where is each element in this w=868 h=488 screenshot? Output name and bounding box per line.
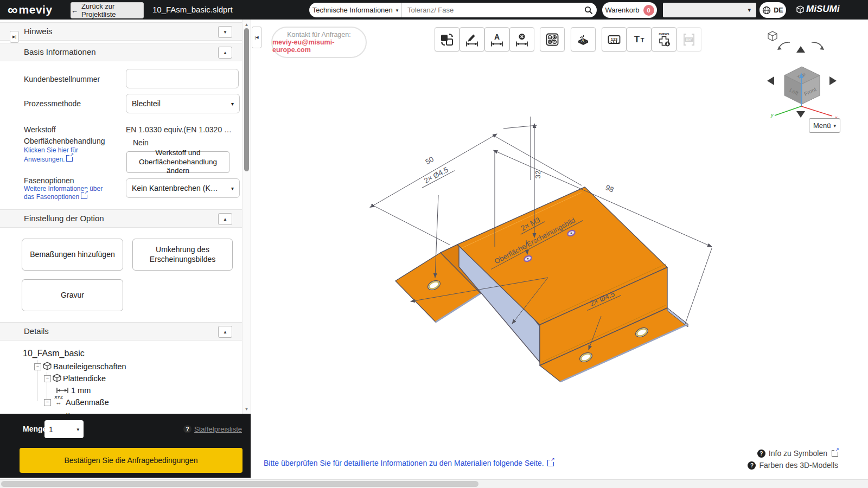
quantity-select[interactable]: 1 ▾ xyxy=(44,420,84,438)
chevron-down-icon: ▾ xyxy=(396,8,399,13)
open-file-name: 10_FAsm_basic.sldprt xyxy=(152,5,233,14)
panel-expand-handle[interactable]: ▶| xyxy=(10,31,19,43)
invert-appearance-button[interactable]: Umkehrung des Erscheinungsbildes xyxy=(132,239,233,271)
chevron-down-icon: ▾ xyxy=(76,427,79,432)
external-link-icon xyxy=(81,192,87,199)
plate-thickness-icon xyxy=(53,374,61,382)
misumi-logo-icon xyxy=(796,5,804,14)
tree-node-thickness[interactable]: Plattendicke xyxy=(63,374,106,383)
collapse-toggle-options[interactable]: ▲ xyxy=(218,213,232,225)
chamfer-info-link-line1[interactable]: Weitere Informationen über xyxy=(24,185,103,192)
engraving-button[interactable]: Gravur xyxy=(22,279,123,311)
chevron-down-icon: ▾ xyxy=(231,101,234,107)
part-properties-icon xyxy=(43,362,52,370)
instructions-link-line2[interactable]: Anweisungen. xyxy=(24,155,73,163)
cart-button[interactable]: Warenkorb 0 xyxy=(602,2,657,18)
panel-header-basis[interactable]: Basis Informationen ▲ xyxy=(0,43,242,61)
collapse-toggle-hinweis[interactable]: ▼ xyxy=(218,26,232,38)
misumi-logo: MiSUMi xyxy=(796,4,839,15)
y-axis xyxy=(775,106,801,115)
tier-price-link[interactable]: ? Staffelpreisliste xyxy=(183,425,242,433)
y-axis-label: y xyxy=(770,112,774,118)
back-to-projects-button[interactable]: ← Zurück zur Projektliste xyxy=(71,2,144,18)
search-icon[interactable] xyxy=(580,6,597,15)
meviy-logo[interactable]: ∞ meviy xyxy=(8,2,53,17)
rotate-up-arrow[interactable] xyxy=(796,46,805,53)
rotate-down-arrow[interactable] xyxy=(796,111,805,118)
meviy-logo-icon: ∞ xyxy=(8,3,18,17)
model-colors-link[interactable]: ? Farben des 3D-Modells xyxy=(748,461,838,470)
rotate-left-step-arrow[interactable] xyxy=(767,76,774,85)
config-sidebar: Hinweis ▼ Basis Informationen ▲ Kundenbe… xyxy=(0,20,242,414)
dim-32: 32 xyxy=(534,170,542,178)
chamfer-options-label: Fasenoptionen xyxy=(24,176,74,185)
isometric-view-icon[interactable] xyxy=(768,31,777,41)
chamfer-select[interactable]: Kein Kantenbrechen (K… ▾ xyxy=(126,178,240,198)
panel-header-details[interactable]: Details ▲ xyxy=(0,322,242,341)
tree-expand-box[interactable]: − xyxy=(34,363,41,370)
add-dimensions-button[interactable]: Bemaßungen hinzufügen xyxy=(22,239,123,271)
scroll-down-arrow[interactable]: ▼ xyxy=(242,405,251,413)
chevron-down-icon: ▾ xyxy=(231,185,234,191)
rotate-right-arrow[interactable] xyxy=(812,42,822,48)
sidebar-footer: Menge 1 ▾ ? Staffelpreisliste Bestätigen… xyxy=(0,414,251,478)
panel-header-options[interactable]: Einstellung der Option ▲ xyxy=(0,209,242,228)
rotate-left-arrow[interactable] xyxy=(779,42,790,48)
cart-count-badge: 0 xyxy=(643,5,654,16)
horizontal-scrollbar-thumb[interactable] xyxy=(1,481,478,487)
3d-viewport[interactable]: 50 98 32 2× Ø4.5 2× M3 2× Ø4.5 Oberfläch… xyxy=(251,20,868,479)
surface-treatment-value: Nein xyxy=(133,138,149,147)
tree-node-thickness-value[interactable]: 1 mm xyxy=(71,386,91,395)
back-arrow-icon: ← xyxy=(71,7,78,15)
x-axis xyxy=(801,106,832,116)
top-bar: ∞ meviy ← Zurück zur Projektliste 10_FAs… xyxy=(0,0,868,20)
scrollbar-thumb[interactable] xyxy=(244,28,249,171)
view-cube-widget: Top Left Front y x xyxy=(767,31,838,120)
external-link-icon xyxy=(547,460,554,466)
material-label: Werkstoff xyxy=(24,125,56,134)
chevron-down-icon: ▾ xyxy=(748,7,751,14)
question-icon: ? xyxy=(183,425,192,433)
material-value: EN 1.0330 equiv.(EN 1.0320 … xyxy=(126,125,232,134)
question-icon: ? xyxy=(757,450,765,458)
scroll-up-arrow[interactable]: ▲ xyxy=(242,21,251,28)
external-link-icon xyxy=(66,155,73,162)
project-dropdown[interactable]: ▾ xyxy=(663,3,756,17)
sheet-metal-part[interactable] xyxy=(395,187,688,382)
question-icon: ? xyxy=(748,461,756,470)
collapse-toggle-basis[interactable]: ▲ xyxy=(218,47,232,59)
xyz-dimensions-icon: XYZ ↔ xyxy=(53,395,65,405)
tree-node-properties[interactable]: Bauteileigenschaften xyxy=(53,362,126,371)
meviy-logo-text: meviy xyxy=(19,3,53,16)
tree-expand-box[interactable]: − xyxy=(44,375,51,382)
horizontal-scrollbar[interactable] xyxy=(0,479,868,488)
surface-treatment-label: Oberflächenbehandlung xyxy=(24,137,105,145)
search-category-dropdown[interactable]: Technische Informationen ▾ xyxy=(309,3,402,17)
dim-50: 50 xyxy=(424,155,435,166)
panel-header-hinweis[interactable]: Hinweis ▼ xyxy=(0,22,242,41)
confirm-request-button[interactable]: Bestätigen Sie die Anfragebedingungen xyxy=(20,448,242,473)
tree-node-outer-dims[interactable]: Außenmaße xyxy=(66,398,109,407)
order-number-input[interactable] xyxy=(126,69,239,88)
viewcube-menu-button[interactable]: Menü ▾ xyxy=(809,118,840,133)
dimension-icon xyxy=(56,387,68,394)
change-material-button[interactable]: Werkstoff und Oberflächenbehandlung ände… xyxy=(126,151,229,173)
dim-98: 98 xyxy=(604,183,615,194)
chamfer-info-link-line2[interactable]: das Fasenoptionen xyxy=(24,192,87,201)
collapse-toggle-details[interactable]: ▲ xyxy=(218,326,232,338)
search-input[interactable] xyxy=(402,6,580,14)
process-method-label: Prozessmethode xyxy=(24,99,81,108)
globe-icon xyxy=(762,6,771,15)
materials-info-link[interactable]: Bitte überprüfen Sie für detaillierte In… xyxy=(264,459,554,467)
process-method-select[interactable]: Blechteil ▾ xyxy=(126,94,240,113)
tree-expand-box[interactable]: − xyxy=(44,399,51,406)
tree-root[interactable]: 10_FAsm_basic xyxy=(23,349,85,358)
chevron-down-icon: ▾ xyxy=(834,123,837,129)
external-link-icon xyxy=(832,450,838,457)
quantity-label: Menge xyxy=(23,425,47,433)
rotate-right-step-arrow[interactable] xyxy=(829,76,837,85)
order-number-label: Kundenbestellnummer xyxy=(24,75,100,84)
symbol-info-link[interactable]: ? Info zu Symbolen xyxy=(757,449,838,458)
language-button[interactable]: DE xyxy=(760,2,786,18)
search-bar: Technische Informationen ▾ xyxy=(309,3,597,17)
